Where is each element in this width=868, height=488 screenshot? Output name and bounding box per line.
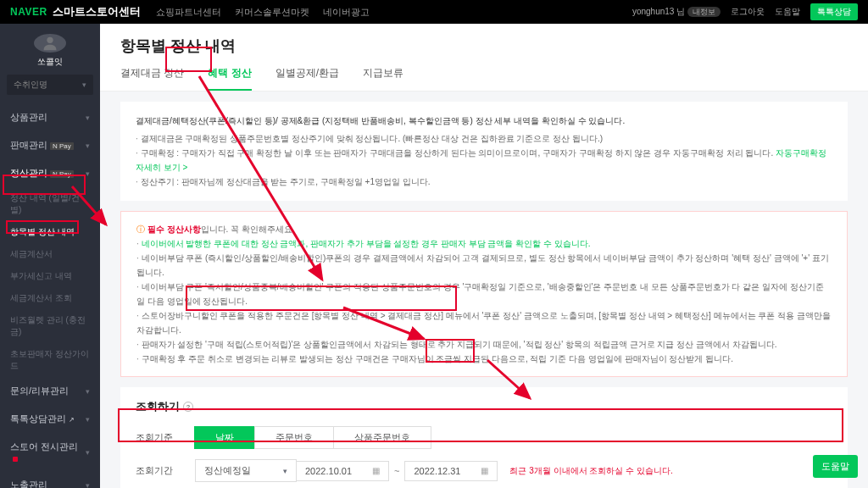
notice-line: 결제대금은 구매확정된 상품주문번호별 정산주기에 맞춰 정산됩니다. (빠른정… — [136, 131, 832, 146]
warn-line: 구매확정 후 주문 취소로 변경되는 리뷰로 발생되는 정산 구매건은 구매자님… — [136, 352, 832, 366]
label-basis: 조회기준 — [136, 431, 195, 444]
segment-basis: 날짜 주문번호 상품주문번호 — [195, 426, 431, 449]
brand[interactable]: 스마트스토어센터 — [53, 4, 141, 19]
floating-help-button[interactable]: 도움말 — [813, 455, 858, 478]
tabs: 결제대금 정산 혜택 정산 일별공제/환급 지급보류 — [120, 66, 848, 91]
sidebar-item[interactable]: 비즈월렛 관리 (충전금) — [0, 309, 100, 343]
sidebar-item[interactable]: 스토어 전시관리▾ — [0, 433, 100, 471]
warn-line: 네이버부담 쿠폰 (즉시할인/상품할인/배송비할인)쿠폰의 경우 결제금액에서 … — [136, 251, 832, 280]
sidebar-item[interactable]: 문의/리뷰관리▾ — [0, 377, 100, 405]
sidebar-item[interactable]: 부가세신고 내역 — [0, 265, 100, 287]
label-period: 조회기간 — [136, 464, 195, 477]
seller-name[interactable]: 쏘콜잇 — [0, 56, 100, 68]
notice-heading: 결제대금/혜택정산(쿠폰/즉시할인 등)/ 공제&환급 (지정택배 반품배송비,… — [136, 114, 832, 128]
page-title: 항목별 정산 내역 — [120, 36, 848, 56]
chevron-down-icon: ▾ — [82, 80, 86, 89]
avatar[interactable] — [34, 34, 66, 53]
sidebar-item[interactable]: 노출관리▾ — [0, 471, 100, 488]
sidebar-item[interactable]: 초보판매자 정산가이드 — [0, 343, 100, 377]
warn-line: 판매자가 설정한 '구매 적립(스토어적립)'은 상품할인금액에서 차감되는 형… — [136, 337, 832, 352]
top-bar: NAVER 스마트스토어센터 쇼핑파트너센터 커머스솔루션마켓 네이버광고 yo… — [0, 0, 868, 24]
sidebar-item[interactable]: 항목별 정산 내역 — [0, 221, 100, 243]
date-type-select[interactable]: 정산예정일▾ — [195, 459, 297, 482]
top-link[interactable]: 네이버광고 — [323, 6, 370, 19]
chevron-down-icon: ▾ — [283, 467, 287, 475]
sidebar-item[interactable]: 상품관리▾ — [0, 103, 100, 131]
seg-product-order[interactable]: 상품주문번호 — [333, 426, 431, 449]
svg-point-0 — [47, 37, 53, 43]
calendar-icon: ▦ — [481, 466, 488, 475]
warn-heading: 필수 정산사항 — [147, 225, 201, 234]
sidebar-item[interactable]: 톡톡상담관리 ↗▾ — [0, 405, 100, 433]
sidebar: 쏘콜잇 수취인명▾ 상품관리▾판매관리N Pay▾정산관리N Pay▾정산 내역… — [0, 24, 100, 488]
notice-line: 구매확정 : 구매자가 직접 구매 확정한 날 이후 또는 판매자가 구매대금을… — [141, 148, 774, 158]
sidebar-item[interactable]: 세금계산서 — [0, 243, 100, 265]
filter-panel: 조회하기? 조회기준 날짜 주문번호 상품주문번호 조회기간 정산예정일▾ 20… — [120, 387, 848, 488]
user-id[interactable]: yonghun13 — [632, 7, 675, 16]
filter-heading: 조회하기 — [136, 399, 180, 414]
notice-card: 결제대금/혜택정산(쿠폰/즉시할인 등)/ 공제&환급 (지정택배 반품배송비,… — [120, 102, 848, 201]
top-links: 쇼핑파트너센터 커머스솔루션마켓 네이버광고 — [156, 6, 370, 19]
tab-hold[interactable]: 지급보류 — [363, 66, 403, 91]
notice-line: 정산주기 : 판매자님께 정산대금을 받는 주기로, 구매확정일 +1영업일 입… — [136, 175, 832, 189]
seg-order[interactable]: 주문번호 — [254, 426, 334, 449]
help-icon[interactable]: ? — [183, 402, 193, 412]
sidebar-item[interactable]: 정산관리N Pay▾ — [0, 159, 100, 187]
talk-button[interactable]: 톡톡상담 — [810, 3, 858, 20]
warn-line: 스토어장바구니할인 쿠폰을 적용한 주문건은 [항목별 정산 내역 > 결제대금… — [136, 308, 832, 337]
top-link[interactable]: 커머스솔루션마켓 — [235, 6, 309, 19]
calendar-icon: ▦ — [372, 466, 380, 475]
date-from-input[interactable]: 2022.10.01▦ — [296, 461, 389, 481]
quick-select[interactable]: 수취인명▾ — [7, 75, 93, 95]
main-area: 항목별 정산 내역 결제대금 정산 혜택 정산 일별공제/환급 지급보류 결제대… — [100, 24, 868, 488]
logout-link[interactable]: 로그아웃 — [731, 6, 765, 18]
top-link[interactable]: 쇼핑파트너센터 — [156, 6, 221, 19]
sidebar-item[interactable]: 판매관리N Pay▾ — [0, 131, 100, 159]
period-note: 최근 3개월 이내에서 조회하실 수 있습니다. — [509, 465, 672, 477]
warn-line: 네이버에서 발행한 쿠폰에 대한 정산 금액과, 판매자가 추가 부담을 설정한… — [136, 236, 832, 251]
seg-date[interactable]: 날짜 — [194, 426, 255, 449]
warn-card: ⓘ 필수 정산사항입니다. 꼭 확인해주세요. 네이버에서 발행한 쿠폰에 대한… — [120, 211, 848, 377]
help-link[interactable]: 도움말 — [775, 6, 800, 18]
tab-payment[interactable]: 결제대금 정산 — [120, 66, 184, 91]
warn-line: 네이버부담 쿠폰 '즉시할인/상품중복/배송비할인' 쿠폰의 적용된 상품주문번… — [136, 280, 832, 308]
tab-benefit[interactable]: 혜택 정산 — [208, 66, 251, 91]
naver-logo: NAVER — [10, 6, 47, 18]
sidebar-item[interactable]: 정산 내역 (일별/건별) — [0, 187, 100, 221]
myinfo-chip[interactable]: 내정보 — [687, 7, 721, 17]
date-to-input[interactable]: 2022.12.31▦ — [404, 461, 498, 481]
sidebar-item[interactable]: 세금계산서 조회 — [0, 287, 100, 309]
info-icon: ⓘ — [136, 225, 147, 234]
tab-deduction[interactable]: 일별공제/환급 — [275, 66, 339, 91]
